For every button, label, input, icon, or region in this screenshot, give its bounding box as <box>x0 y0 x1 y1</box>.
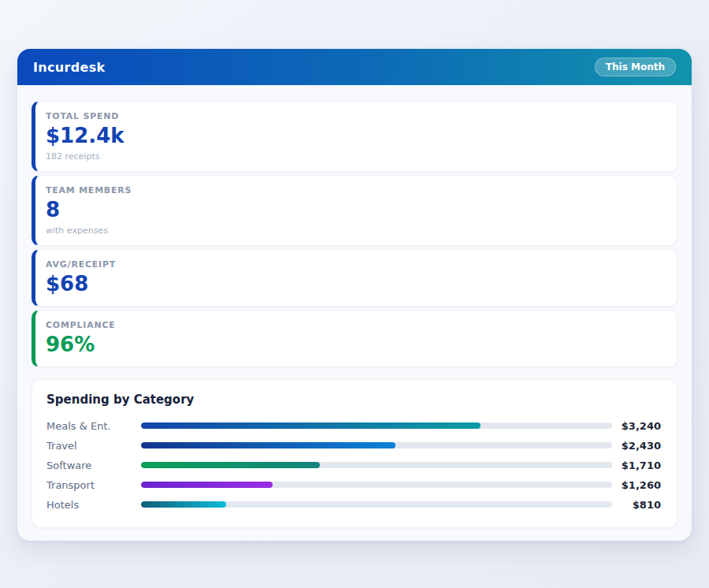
category-row: Meals & Ent.$3,240 <box>46 416 661 436</box>
stat-value: $68 <box>46 273 663 296</box>
app-header: Incurdesk This Month <box>17 49 692 85</box>
bar-fill <box>141 501 226 508</box>
app-title: Incurdesk <box>33 60 105 75</box>
stat-card-avg-receipt: AVG/RECEIPT $68 <box>32 249 677 307</box>
stat-subtext: 182 receipts <box>46 151 663 162</box>
stat-card-compliance: COMPLIANCE 96% <box>32 310 677 367</box>
dashboard-panel: Incurdesk This Month TOTAL SPEND $12.4k … <box>17 49 692 541</box>
category-rows: Meals & Ent.$3,240Travel$2,430Software$1… <box>46 416 661 515</box>
category-value: $3,240 <box>612 420 661 432</box>
period-badge[interactable]: This Month <box>595 58 676 76</box>
category-value: $2,430 <box>612 440 661 452</box>
bar-track <box>141 442 612 448</box>
category-value: $1,260 <box>612 479 661 491</box>
stat-card-team-members: TEAM MEMBERS 8 with expenses <box>32 175 677 246</box>
bar-track <box>141 501 612 508</box>
category-label: Transport <box>46 479 141 491</box>
dashboard-content: TOTAL SPEND $12.4k 182 receipts TEAM MEM… <box>17 85 692 542</box>
category-label: Meals & Ent. <box>46 420 141 432</box>
stat-value: 96% <box>46 333 663 357</box>
category-value: $810 <box>612 499 661 511</box>
bar-track <box>141 422 612 429</box>
category-label: Travel <box>46 440 141 452</box>
bar-track <box>141 482 612 488</box>
category-value: $1,710 <box>612 460 661 471</box>
stat-label: AVG/RECEIPT <box>46 259 663 270</box>
category-row: Travel$2,430 <box>46 436 661 456</box>
chart-title: Spending by Category <box>46 393 661 407</box>
category-label: Hotels <box>46 499 141 511</box>
category-row: Hotels$810 <box>46 495 661 515</box>
stat-value: 8 <box>46 199 663 222</box>
stat-subtext: with expenses <box>46 225 663 236</box>
stat-label: COMPLIANCE <box>46 320 663 330</box>
bar-fill <box>141 482 273 488</box>
bar-track <box>141 462 612 468</box>
bar-fill <box>141 422 481 429</box>
stat-value: $12.4k <box>46 125 663 148</box>
spending-by-category-card: Spending by Category Meals & Ent.$3,240T… <box>32 379 677 528</box>
bar-fill <box>141 442 395 448</box>
category-label: Software <box>46 460 141 471</box>
category-row: Transport$1,260 <box>46 475 661 495</box>
category-row: Software$1,710 <box>46 456 661 475</box>
bar-fill <box>141 462 320 468</box>
stat-label: TEAM MEMBERS <box>46 185 663 195</box>
stat-label: TOTAL SPEND <box>46 111 663 121</box>
stat-card-total-spend: TOTAL SPEND $12.4k 182 receipts <box>32 101 677 172</box>
